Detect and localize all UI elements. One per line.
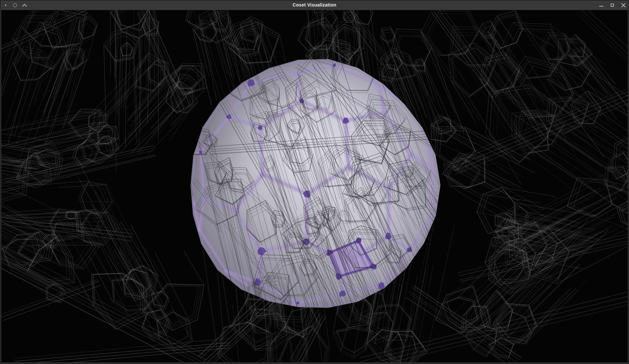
window-controls (599, 0, 626, 10)
chevron-up-icon[interactable] (22, 3, 27, 8)
app-window: Coset Visualization (0, 0, 629, 364)
3d-viewport (1, 10, 628, 362)
titlebar-left-icons (3, 0, 27, 10)
maximize-button[interactable] (610, 3, 615, 8)
titlebar[interactable]: Coset Visualization (0, 0, 629, 10)
close-button[interactable] (621, 3, 626, 8)
minimize-button[interactable] (599, 3, 604, 8)
viewport-canvas[interactable] (1, 10, 628, 362)
app-circle-icon[interactable] (12, 3, 18, 8)
window-title: Coset Visualization (0, 0, 629, 10)
dot-icon[interactable] (3, 3, 8, 8)
